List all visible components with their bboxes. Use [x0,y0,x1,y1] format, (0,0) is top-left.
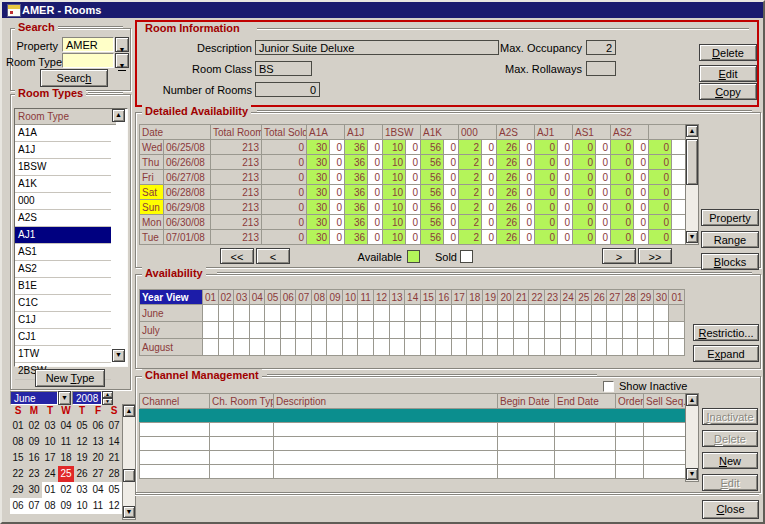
year-view-cell[interactable] [451,322,467,339]
channel-row[interactable] [140,437,686,451]
year-view-cell[interactable] [622,339,638,356]
calendar-date[interactable]: 08 [10,434,26,450]
year-view-cell[interactable] [529,339,545,356]
year-view-cell[interactable] [545,339,561,356]
room-type-lov-button[interactable]: ▼ [115,53,129,68]
room-type-list-item[interactable]: A1A [15,125,111,142]
calendar-date[interactable]: 28 [106,466,122,482]
year-view-cell[interactable] [405,339,421,356]
max-occupancy-field[interactable]: 2 [586,40,616,55]
year-view-cell[interactable] [405,322,421,339]
room-type-input[interactable] [62,53,114,68]
year-view-cell[interactable] [234,339,250,356]
year-view-cell[interactable] [249,305,265,322]
room-type-list-item[interactable]: AJ1 [15,227,111,244]
year-view-cell[interactable] [529,322,545,339]
calendar-date[interactable]: 29 [10,482,26,498]
year-view-cell[interactable] [482,339,498,356]
year-view-cell[interactable] [436,305,452,322]
availability-row[interactable]: Sun06/29/082130300360100560202600000000 [140,200,686,215]
calendar-date[interactable]: 12 [74,434,90,450]
restrictions-button[interactable]: Restrictio... [693,324,759,341]
year-view-cell[interactable] [342,339,358,356]
da-scroll-up-icon[interactable]: ▲ [686,125,698,137]
calendar-date[interactable]: 11 [90,498,106,514]
year-view-cell[interactable] [529,305,545,322]
year-view-cell[interactable] [669,339,685,356]
year-view-cell[interactable] [607,322,623,339]
calendar-date[interactable]: 02 [26,418,42,434]
calendar-date[interactable]: 05 [74,418,90,434]
availability-row[interactable]: Tue07/01/082130300360100560202600000000 [140,230,686,245]
close-button[interactable]: Close [702,500,759,519]
year-view-cell[interactable] [218,339,234,356]
channel-delete-button[interactable]: Delete [702,430,758,447]
channel-scroll-up-icon[interactable]: ▲ [686,394,698,406]
room-type-list-item[interactable]: 000 [15,193,111,210]
calendar-date[interactable]: 11 [58,434,74,450]
year-view-cell[interactable] [327,322,343,339]
availability-row[interactable]: Wed06/25/082130300360100560202600000000 [140,140,686,155]
year-view-cell[interactable] [576,305,592,322]
calendar-date[interactable]: 21 [106,450,122,466]
da-scroll-thumb[interactable] [686,139,698,185]
room-type-list-item[interactable]: A1J [15,142,111,159]
year-view-cell[interactable] [576,322,592,339]
calendar-date[interactable]: 10 [42,434,58,450]
year-view-cell[interactable] [513,322,529,339]
calendar-date[interactable]: 02 [58,482,74,498]
year-view-cell[interactable] [420,339,436,356]
year-view-cell[interactable] [560,322,576,339]
calendar-date[interactable]: 12 [106,498,122,514]
year-view-cell[interactable] [218,322,234,339]
calendar-date[interactable]: 07 [26,498,42,514]
calendar-date[interactable]: 08 [42,498,58,514]
year-view-cell[interactable] [451,305,467,322]
year-view-cell[interactable] [436,322,452,339]
year-view-cell[interactable] [420,322,436,339]
calendar-date[interactable]: 26 [74,466,90,482]
year-view-cell[interactable] [591,305,607,322]
calendar-date[interactable]: 15 [10,450,26,466]
year-view-cell[interactable] [374,339,390,356]
year-view-cell[interactable] [669,322,685,339]
year-view-cell[interactable] [513,339,529,356]
calendar-date[interactable]: 09 [26,434,42,450]
new-type-button[interactable]: New Type [35,369,105,387]
property-lov-button[interactable]: ▼ [115,37,129,52]
channel-row[interactable] [140,465,686,479]
year-view-cell[interactable] [653,305,669,322]
room-type-list-item[interactable]: C1J [15,312,111,329]
year-view-cell[interactable] [374,305,390,322]
year-view-cell[interactable] [311,305,327,322]
year-view-cell[interactable] [389,339,405,356]
year-view-cell[interactable] [653,339,669,356]
room-type-list-item[interactable]: 1BSW [15,159,111,176]
calendar-date[interactable]: 03 [42,418,58,434]
availability-row[interactable]: Fri06/27/082130300360100560202600000000 [140,170,686,185]
availability-row[interactable]: Thu06/26/082130300360100560202600000000 [140,155,686,170]
property-input[interactable]: AMER [62,37,114,52]
calendar-date[interactable]: 04 [58,418,74,434]
calendar-date[interactable]: 03 [74,482,90,498]
year-view-cell[interactable] [358,322,374,339]
year-view-cell[interactable] [280,339,296,356]
room-type-list-item[interactable]: C1C [15,295,111,312]
year-view-cell[interactable] [203,322,219,339]
year-view-cell[interactable] [405,305,421,322]
calendar-date[interactable]: 01 [42,482,58,498]
property-button[interactable]: Property [701,209,759,226]
year-view-cell[interactable] [203,339,219,356]
description-field[interactable]: Junior Suite Deluxe [255,40,499,55]
calendar-date[interactable]: 04 [90,482,106,498]
year-view-cell[interactable] [622,305,638,322]
calendar-date[interactable]: 09 [58,498,74,514]
room-type-list-item[interactable]: A2S [15,210,111,227]
year-view-cell[interactable] [436,339,452,356]
calendar-date[interactable]: 06 [10,498,26,514]
year-view-cell[interactable] [389,305,405,322]
year-view-cell[interactable] [296,322,312,339]
da-scroll-down-icon[interactable]: ▼ [686,231,698,243]
year-view-cell[interactable] [342,305,358,322]
year-view-cell[interactable] [311,322,327,339]
